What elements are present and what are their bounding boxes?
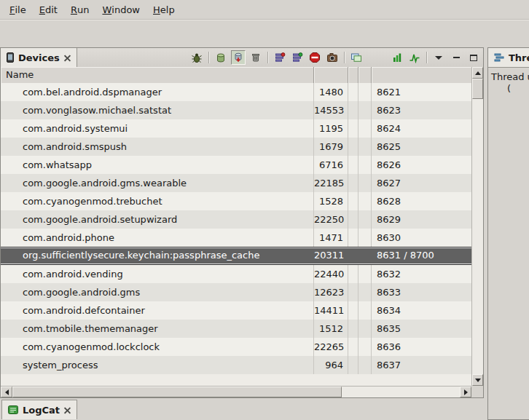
process-port: 8630 — [372, 229, 471, 247]
tab-logcat[interactable]: LogCat — [1, 400, 77, 419]
network-usage-icon[interactable] — [407, 50, 422, 65]
process-row[interactable]: com.vonglasow.michael.satstat 14553 8623 — [1, 101, 471, 119]
vertical-scroll-thumb[interactable] — [472, 79, 483, 99]
process-status-col1 — [348, 320, 358, 338]
process-status-col1 — [348, 192, 358, 210]
screen-capture-icon[interactable] — [325, 50, 340, 65]
menu-window[interactable]: Window — [95, 0, 146, 19]
dump-hprof-icon[interactable] — [231, 50, 246, 65]
process-row[interactable]: com.whatsapp 6716 8626 — [1, 156, 471, 174]
process-port: 8621 — [372, 83, 471, 101]
ddms-window: File Edit Run Window Help Devices — [0, 0, 529, 420]
process-status-col1 — [348, 138, 358, 156]
process-name: com.android.systemui — [1, 119, 314, 138]
process-port: 8624 — [372, 119, 471, 138]
process-status-col2 — [358, 210, 372, 229]
process-row[interactable]: com.google.android.gms.wearable 22185 86… — [1, 174, 471, 192]
process-row[interactable]: com.cyanogenmod.lockclock 22265 8636 — [1, 338, 471, 356]
menu-help-mnemonic: H — [153, 4, 160, 15]
process-pid: 12623 — [314, 283, 348, 301]
process-status-col2 — [358, 119, 372, 138]
process-status-col2 — [358, 356, 372, 374]
process-row[interactable]: com.android.systemui 1195 8624 — [1, 119, 471, 138]
process-status-col2 — [358, 156, 372, 174]
process-port: 8632 — [372, 265, 471, 283]
process-status-col2 — [358, 83, 372, 101]
process-name: com.google.android.gms — [1, 283, 314, 301]
view-menu-icon[interactable] — [431, 50, 446, 65]
process-status-col2 — [358, 265, 372, 283]
horizontal-scrollbar[interactable] — [1, 386, 471, 397]
column-header-status2[interactable] — [358, 67, 372, 83]
process-row[interactable]: com.android.defcontainer 14411 8634 — [1, 301, 471, 320]
process-status-col1 — [348, 119, 358, 138]
process-row[interactable]: com.bel.android.dspmanager 1480 8621 — [1, 83, 471, 101]
process-status-col2 — [358, 192, 372, 210]
scroll-up-icon[interactable] — [472, 67, 483, 79]
close-icon[interactable] — [64, 407, 71, 413]
process-row[interactable]: com.tmobile.thememanager 1512 8635 — [1, 320, 471, 338]
process-row[interactable]: com.cyanogenmod.trebuchet 1528 8628 — [1, 192, 471, 210]
process-port: 8634 — [372, 301, 471, 320]
process-port: 8628 — [372, 192, 471, 210]
process-port: 8635 — [372, 320, 471, 338]
process-row[interactable]: com.android.vending 22440 8632 — [1, 265, 471, 283]
process-status-col2 — [358, 320, 372, 338]
toolbar-separator — [267, 52, 268, 63]
logcat-icon — [8, 405, 18, 415]
process-pid: 1195 — [314, 119, 348, 138]
update-threads-icon[interactable] — [273, 50, 287, 65]
tab-devices[interactable]: Devices — [1, 48, 77, 67]
devices-toolbar — [189, 48, 481, 67]
process-row[interactable]: com.android.phone 1471 8630 — [1, 229, 471, 247]
process-name: com.android.vending — [1, 265, 314, 283]
tab-threads[interactable]: Threads — [488, 48, 529, 67]
column-header-pid[interactable] — [314, 67, 348, 83]
menu-window-mnemonic: W — [102, 4, 111, 15]
vertical-scrollbar[interactable] — [471, 67, 483, 386]
process-name: org.sufficientlysecure.keychain:passphra… — [1, 247, 314, 264]
process-name: com.android.smspush — [1, 138, 314, 156]
stop-process-icon[interactable] — [307, 50, 322, 65]
process-status-col2 — [358, 138, 372, 156]
update-heap-icon[interactable] — [213, 50, 228, 65]
process-name: com.google.android.setupwizard — [1, 210, 314, 229]
process-pid: 1480 — [314, 83, 348, 101]
process-port: 8626 — [372, 156, 471, 174]
scroll-right-icon[interactable] — [460, 387, 471, 397]
debug-process-icon[interactable] — [189, 50, 204, 65]
process-row[interactable]: com.google.android.gms 12623 8633 — [1, 283, 471, 301]
process-status-col2 — [358, 229, 372, 247]
process-pid: 6716 — [314, 156, 348, 174]
toolbar-separator — [426, 52, 427, 63]
menu-window-rest: indow — [111, 4, 140, 15]
scroll-down-icon[interactable] — [472, 374, 483, 386]
close-icon[interactable] — [64, 55, 71, 61]
process-row[interactable]: com.android.smspush 1679 8625 — [1, 138, 471, 156]
column-header-name[interactable]: Name — [1, 67, 314, 83]
menu-file[interactable]: File — [3, 0, 33, 19]
process-pid: 1528 — [314, 192, 348, 210]
process-row[interactable]: org.sufficientlysecure.keychain:passphra… — [1, 247, 471, 265]
menu-run[interactable]: Run — [64, 0, 96, 19]
scroll-left-icon[interactable] — [1, 387, 12, 397]
maximize-icon[interactable] — [466, 50, 481, 65]
minimize-icon[interactable] — [449, 50, 463, 65]
cause-gc-icon[interactable] — [248, 50, 263, 65]
tab-logcat-label: LogCat — [23, 405, 60, 416]
process-status-col2 — [358, 338, 372, 356]
process-row[interactable]: system_process 964 8637 — [1, 356, 471, 374]
horizontal-scroll-thumb[interactable] — [12, 387, 342, 397]
image-viewer-icon[interactable] — [349, 50, 364, 65]
column-header-port[interactable] — [372, 67, 471, 83]
process-pid: 22440 — [314, 265, 348, 283]
menu-edit-rest: dit — [45, 4, 58, 15]
menu-file-rest: ile — [15, 4, 26, 15]
method-profiling-icon[interactable] — [290, 50, 305, 65]
process-pid: 20311 — [314, 247, 348, 264]
menu-help[interactable]: Help — [146, 0, 181, 19]
capture-trace-icon[interactable] — [390, 50, 404, 65]
process-row[interactable]: com.google.android.setupwizard 22250 862… — [1, 210, 471, 229]
column-header-status1[interactable] — [348, 67, 358, 83]
menu-edit[interactable]: Edit — [33, 0, 64, 19]
